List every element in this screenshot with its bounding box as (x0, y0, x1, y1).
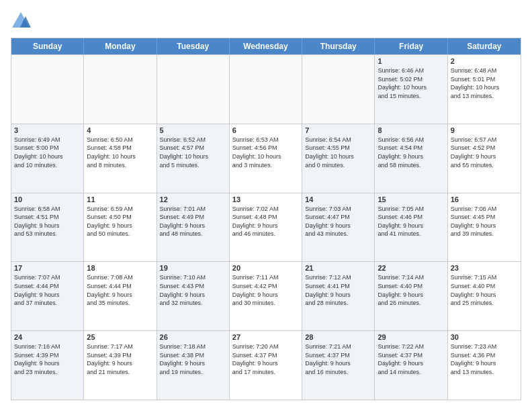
calendar-cell: 15Sunrise: 7:05 AM Sunset: 4:46 PM Dayli… (375, 193, 447, 262)
day-info: Sunrise: 7:03 AM Sunset: 4:47 PM Dayligh… (305, 205, 371, 238)
day-info: Sunrise: 6:58 AM Sunset: 4:51 PM Dayligh… (14, 205, 81, 238)
calendar-row: 10Sunrise: 6:58 AM Sunset: 4:51 PM Dayli… (11, 193, 521, 262)
day-info: Sunrise: 7:16 AM Sunset: 4:39 PM Dayligh… (14, 342, 81, 376)
day-number: 19 (160, 264, 226, 272)
calendar-cell: 20Sunrise: 7:11 AM Sunset: 4:42 PM Dayli… (230, 262, 302, 330)
calendar-cell: 30Sunrise: 7:23 AM Sunset: 4:36 PM Dayli… (448, 331, 521, 400)
day-number: 3 (14, 126, 81, 134)
calendar-row: 3Sunrise: 6:49 AM Sunset: 5:00 PM Daylig… (11, 124, 521, 193)
calendar-cell: 22Sunrise: 7:14 AM Sunset: 4:40 PM Dayli… (375, 262, 447, 330)
calendar-cell: 16Sunrise: 7:06 AM Sunset: 4:45 PM Dayli… (448, 193, 521, 262)
calendar-cell: 26Sunrise: 7:18 AM Sunset: 4:38 PM Dayli… (157, 331, 230, 400)
calendar-cell: 29Sunrise: 7:22 AM Sunset: 4:37 PM Dayli… (375, 331, 447, 400)
weekday-header: Monday (84, 38, 157, 54)
calendar-cell: 11Sunrise: 6:59 AM Sunset: 4:50 PM Dayli… (84, 193, 157, 262)
calendar-cell: 8Sunrise: 6:56 AM Sunset: 4:54 PM Daylig… (375, 124, 447, 193)
calendar-row: 1Sunrise: 6:46 AM Sunset: 5:02 PM Daylig… (11, 54, 521, 124)
day-info: Sunrise: 7:18 AM Sunset: 4:38 PM Dayligh… (160, 342, 226, 376)
weekday-header: Tuesday (157, 38, 230, 54)
day-number: 10 (14, 195, 81, 203)
logo (11, 11, 34, 31)
weekday-header: Saturday (448, 38, 521, 54)
day-number: 18 (87, 264, 153, 272)
day-info: Sunrise: 6:52 AM Sunset: 4:57 PM Dayligh… (160, 136, 226, 169)
day-number: 26 (160, 333, 226, 341)
day-number: 15 (378, 195, 444, 203)
day-info: Sunrise: 6:46 AM Sunset: 5:02 PM Dayligh… (378, 66, 444, 100)
day-number: 17 (14, 264, 81, 272)
day-number: 12 (160, 195, 226, 203)
day-number: 24 (14, 333, 81, 341)
day-info: Sunrise: 7:15 AM Sunset: 4:40 PM Dayligh… (451, 273, 518, 307)
page: SundayMondayTuesdayWednesdayThursdayFrid… (0, 0, 532, 411)
calendar-cell: 10Sunrise: 6:58 AM Sunset: 4:51 PM Dayli… (11, 193, 84, 262)
calendar-cell: 6Sunrise: 6:53 AM Sunset: 4:56 PM Daylig… (230, 124, 302, 193)
day-number: 2 (451, 57, 518, 65)
calendar-cell (157, 55, 230, 124)
calendar-cell: 28Sunrise: 7:21 AM Sunset: 4:37 PM Dayli… (302, 331, 375, 400)
day-number: 30 (451, 333, 518, 341)
calendar-cell: 23Sunrise: 7:15 AM Sunset: 4:40 PM Dayli… (448, 262, 521, 330)
day-info: Sunrise: 7:08 AM Sunset: 4:44 PM Dayligh… (87, 273, 153, 307)
day-number: 16 (451, 195, 518, 203)
day-number: 23 (451, 264, 518, 272)
calendar-row: 17Sunrise: 7:07 AM Sunset: 4:44 PM Dayli… (11, 261, 521, 330)
day-number: 28 (305, 333, 371, 341)
calendar-cell: 9Sunrise: 6:57 AM Sunset: 4:52 PM Daylig… (448, 124, 521, 193)
day-number: 27 (232, 333, 299, 341)
day-info: Sunrise: 7:02 AM Sunset: 4:48 PM Dayligh… (232, 205, 299, 238)
calendar-cell (11, 55, 84, 124)
day-number: 22 (378, 264, 444, 272)
day-info: Sunrise: 7:01 AM Sunset: 4:49 PM Dayligh… (160, 205, 226, 238)
day-number: 20 (232, 264, 299, 272)
calendar-cell (302, 55, 375, 124)
calendar-cell (84, 55, 157, 124)
day-number: 1 (378, 57, 444, 65)
day-number: 11 (87, 195, 153, 203)
day-info: Sunrise: 7:10 AM Sunset: 4:43 PM Dayligh… (160, 273, 226, 307)
day-info: Sunrise: 6:54 AM Sunset: 4:55 PM Dayligh… (305, 136, 371, 169)
day-info: Sunrise: 6:48 AM Sunset: 5:01 PM Dayligh… (451, 66, 518, 100)
calendar-cell: 13Sunrise: 7:02 AM Sunset: 4:48 PM Dayli… (230, 193, 302, 262)
day-info: Sunrise: 7:11 AM Sunset: 4:42 PM Dayligh… (232, 273, 299, 307)
day-info: Sunrise: 6:53 AM Sunset: 4:56 PM Dayligh… (232, 136, 299, 169)
weekday-header: Sunday (11, 38, 84, 54)
calendar-row: 24Sunrise: 7:16 AM Sunset: 4:39 PM Dayli… (11, 330, 521, 400)
calendar-cell: 7Sunrise: 6:54 AM Sunset: 4:55 PM Daylig… (302, 124, 375, 193)
day-number: 29 (378, 333, 444, 341)
day-info: Sunrise: 7:20 AM Sunset: 4:37 PM Dayligh… (232, 342, 299, 376)
calendar-cell: 4Sunrise: 6:50 AM Sunset: 4:58 PM Daylig… (84, 124, 157, 193)
day-info: Sunrise: 7:23 AM Sunset: 4:36 PM Dayligh… (451, 342, 518, 376)
day-info: Sunrise: 7:06 AM Sunset: 4:45 PM Dayligh… (451, 205, 518, 238)
calendar-header: SundayMondayTuesdayWednesdayThursdayFrid… (11, 38, 521, 54)
day-info: Sunrise: 6:59 AM Sunset: 4:50 PM Dayligh… (87, 205, 153, 238)
day-number: 8 (378, 126, 444, 134)
day-number: 21 (305, 264, 371, 272)
calendar-cell: 2Sunrise: 6:48 AM Sunset: 5:01 PM Daylig… (448, 55, 521, 124)
logo-icon (11, 11, 31, 31)
calendar-cell: 27Sunrise: 7:20 AM Sunset: 4:37 PM Dayli… (230, 331, 302, 400)
day-info: Sunrise: 7:14 AM Sunset: 4:40 PM Dayligh… (378, 273, 444, 307)
day-info: Sunrise: 6:56 AM Sunset: 4:54 PM Dayligh… (378, 136, 444, 169)
calendar-body: 1Sunrise: 6:46 AM Sunset: 5:02 PM Daylig… (11, 54, 521, 400)
weekday-header: Friday (375, 38, 447, 54)
calendar-cell: 14Sunrise: 7:03 AM Sunset: 4:47 PM Dayli… (302, 193, 375, 262)
day-number: 25 (87, 333, 153, 341)
weekday-header: Thursday (302, 38, 375, 54)
calendar-cell: 3Sunrise: 6:49 AM Sunset: 5:00 PM Daylig… (11, 124, 84, 193)
calendar-cell: 5Sunrise: 6:52 AM Sunset: 4:57 PM Daylig… (157, 124, 230, 193)
day-number: 6 (232, 126, 299, 134)
calendar-cell: 12Sunrise: 7:01 AM Sunset: 4:49 PM Dayli… (157, 193, 230, 262)
day-number: 7 (305, 126, 371, 134)
day-number: 5 (160, 126, 226, 134)
day-info: Sunrise: 7:05 AM Sunset: 4:46 PM Dayligh… (378, 205, 444, 238)
day-info: Sunrise: 6:57 AM Sunset: 4:52 PM Dayligh… (451, 136, 518, 169)
calendar-cell: 1Sunrise: 6:46 AM Sunset: 5:02 PM Daylig… (375, 55, 447, 124)
calendar-cell (230, 55, 302, 124)
header (11, 11, 521, 31)
day-info: Sunrise: 7:12 AM Sunset: 4:41 PM Dayligh… (305, 273, 371, 307)
day-info: Sunrise: 7:17 AM Sunset: 4:39 PM Dayligh… (87, 342, 153, 376)
calendar-cell: 19Sunrise: 7:10 AM Sunset: 4:43 PM Dayli… (157, 262, 230, 330)
weekday-header: Wednesday (230, 38, 302, 54)
calendar-cell: 21Sunrise: 7:12 AM Sunset: 4:41 PM Dayli… (302, 262, 375, 330)
